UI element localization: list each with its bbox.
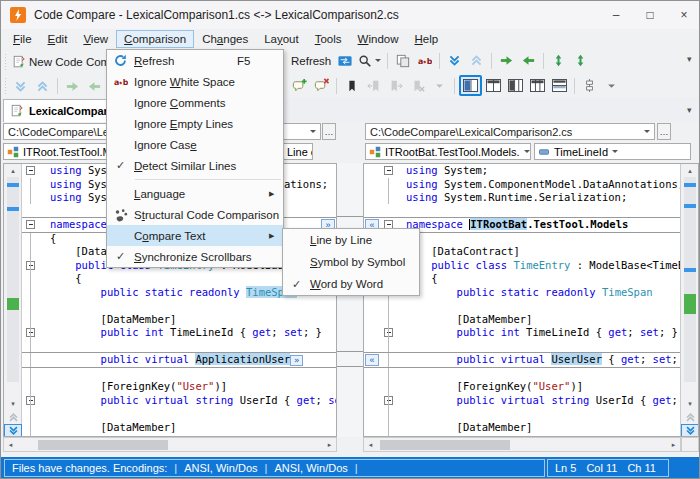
previous-change-button[interactable]: [681, 411, 699, 424]
tab-overflow-icon[interactable]: ▾: [687, 105, 692, 115]
left-vertical-scrollbar[interactable]: ▴▾: [4, 164, 22, 436]
copy-all-to-left-button[interactable]: [570, 50, 591, 71]
submenu-arrow-icon: ▶: [269, 190, 283, 198]
code-line: [DataMember]: [22, 313, 337, 327]
menu-file[interactable]: File: [5, 30, 40, 48]
close-button[interactable]: ×: [667, 1, 700, 29]
menu-item-structural-code-comparison[interactable]: Structural Code Comparison: [107, 204, 283, 225]
menu-item-ignore-comments[interactable]: Ignore Comments: [107, 92, 283, 113]
add-bookmark-button[interactable]: [289, 75, 310, 96]
menu-item-synchronize-scrollbars[interactable]: ✓Synchronize Scrollbars: [107, 246, 283, 267]
menu-layout[interactable]: Layout: [256, 30, 307, 48]
collapse-unchanged-regions-button[interactable]: [579, 75, 600, 96]
code-line: {: [380, 232, 680, 246]
menu-item-symbol-by-symbol[interactable]: Symbol by Symbol: [283, 251, 419, 273]
menu-item-compare-text[interactable]: Compare Text▶: [107, 225, 283, 246]
right-vertical-scrollbar[interactable]: ▴▾: [680, 164, 698, 436]
clear-bookmarks-button[interactable]: [407, 75, 428, 96]
menu-item-language[interactable]: Language▶: [107, 183, 283, 204]
left-browse-button[interactable]: …: [322, 123, 336, 140]
right-browse-button[interactable]: …: [657, 123, 671, 140]
copy-to-right-button[interactable]: [496, 50, 517, 71]
menu-item-refresh[interactable]: RefreshF5: [107, 50, 283, 71]
refresh-button[interactable]: Refresh: [289, 50, 333, 71]
layout-vertical-2-button[interactable]: [483, 75, 504, 96]
copy-to-left-button[interactable]: [84, 76, 105, 97]
chevron-down-icon[interactable]: [612, 150, 618, 156]
code-line: public virtual string UserId { get; set;…: [22, 394, 337, 408]
chevron-down-icon[interactable]: [644, 130, 650, 136]
ignore-white-space-button[interactable]: ab: [414, 50, 435, 71]
fold-marker-icon[interactable]: [384, 166, 393, 175]
next-difference-button[interactable]: [444, 50, 465, 71]
fold-marker-icon[interactable]: [26, 166, 35, 175]
merge-right-icon[interactable]: »: [290, 355, 303, 366]
next-bookmark-button[interactable]: [385, 75, 406, 96]
layout-horizontal-button[interactable]: [549, 75, 570, 96]
remove-bookmark-button[interactable]: [311, 75, 332, 96]
scroll-left-icon[interactable]: ◂: [364, 438, 377, 451]
menu-tools[interactable]: Tools: [307, 30, 350, 48]
menu-view[interactable]: View: [75, 30, 116, 48]
previous-difference-button[interactable]: [32, 76, 53, 97]
scroll-right-icon[interactable]: ▸: [667, 438, 680, 451]
scroll-down-icon[interactable]: ▾: [4, 397, 22, 410]
scroll-down-icon[interactable]: ▾: [681, 397, 699, 410]
previous-change-button[interactable]: [4, 411, 22, 424]
right-code-area[interactable]: using System;using System.ComponentModel…: [380, 164, 680, 436]
structural-comparison-button[interactable]: [392, 50, 413, 71]
previous-bookmark-button[interactable]: [363, 75, 384, 96]
right-horizontal-scrollbar[interactable]: ◂ ▸: [363, 437, 681, 452]
previous-difference-button[interactable]: [466, 50, 487, 71]
scrollbar-thumb[interactable]: [380, 440, 510, 450]
merge-left-icon[interactable]: «: [365, 354, 379, 366]
find-button[interactable]: [356, 50, 383, 71]
menu-item-ignore-white-space[interactable]: abIgnore White Space: [107, 71, 283, 92]
next-change-button[interactable]: [681, 424, 699, 437]
layout-three-way-button[interactable]: [527, 75, 548, 96]
right-symbol-combo[interactable]: ITRootBat.TestTool.Models.: [365, 143, 531, 160]
bookmarks-dropdown-button[interactable]: [429, 75, 450, 96]
menu-item-ignore-empty-lines[interactable]: Ignore Empty Lines: [107, 113, 283, 134]
menu-item-detect-similar-lines[interactable]: ✓Detect Similar Lines: [107, 155, 283, 176]
menu-help[interactable]: Help: [407, 30, 447, 48]
left-horizontal-scrollbar[interactable]: ◂ ▸: [3, 437, 337, 452]
layout-vertical-active-button[interactable]: [459, 75, 482, 96]
copy-to-left-button[interactable]: [518, 50, 539, 71]
toolbar-grip[interactable]: [3, 78, 8, 94]
scrollbar-thumb[interactable]: [38, 440, 168, 450]
minimize-button[interactable]: –: [599, 1, 633, 29]
bookmark-button[interactable]: [341, 75, 362, 96]
view-dropdown-button[interactable]: [601, 75, 622, 96]
code-line: [DataMember]: [22, 421, 337, 435]
next-difference-button[interactable]: [10, 76, 31, 97]
scroll-right-icon[interactable]: ▸: [323, 438, 336, 451]
toolbar-overflow-icon[interactable]: ▾: [687, 54, 692, 64]
menu-item-line-by-line[interactable]: Line by Line: [283, 229, 419, 251]
menu-edit[interactable]: Edit: [40, 30, 76, 48]
chevron-down-icon[interactable]: [524, 150, 530, 156]
compare-files-button[interactable]: [334, 50, 355, 71]
copy-to-right-button[interactable]: [62, 76, 83, 97]
menu-changes[interactable]: Changes: [194, 30, 256, 48]
right-member-combo[interactable]: TimeLineId: [534, 143, 691, 160]
doc-compare-icon: [10, 104, 24, 118]
copy-all-to-right-button[interactable]: [548, 50, 569, 71]
right-file-path-input[interactable]: C:\CodeCompare\LexicalComparison2.cs: [365, 123, 655, 140]
scroll-left-icon[interactable]: ◂: [4, 438, 17, 451]
right-symbol-value: ITRootBat.TestTool.Models.: [385, 146, 520, 158]
scroll-up-icon[interactable]: ▴: [681, 164, 699, 177]
menu-item-ignore-case[interactable]: Ignore Case: [107, 134, 283, 155]
fold-marker-icon[interactable]: [26, 220, 35, 229]
toolbar-grip[interactable]: [3, 54, 8, 70]
next-change-button[interactable]: [4, 424, 22, 437]
layout-vertical-3-button[interactable]: [505, 75, 526, 96]
right-editor[interactable]: using System;using System.ComponentModel…: [363, 163, 699, 437]
chevron-down-icon[interactable]: [375, 59, 381, 65]
menu-comparison[interactable]: Comparison: [116, 30, 194, 48]
menu-window[interactable]: Window: [350, 30, 407, 48]
maximize-button[interactable]: □: [633, 1, 667, 29]
menu-item-word-by-word[interactable]: ✓Word by Word: [283, 273, 419, 295]
scroll-up-icon[interactable]: ▴: [4, 164, 22, 177]
chevron-down-icon[interactable]: [310, 130, 316, 136]
